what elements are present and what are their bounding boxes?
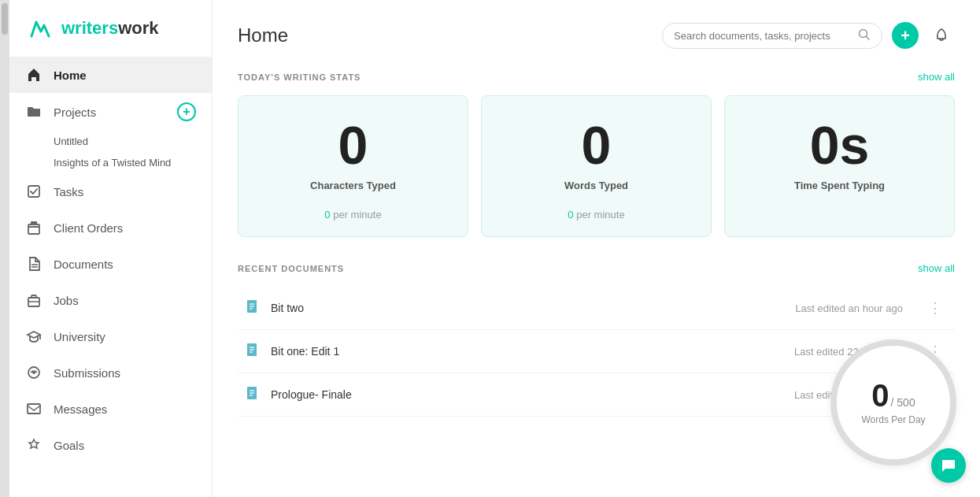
document-more-button[interactable]: ⋮ — [923, 298, 947, 318]
sidebar-item-university[interactable]: University — [9, 318, 212, 354]
time-value: 0s — [810, 118, 870, 172]
messages-icon — [25, 400, 43, 417]
characters-sub: 0 per minute — [324, 209, 381, 221]
page-header: Home + — [238, 22, 955, 49]
sidebar-item-home[interactable]: Home — [9, 57, 212, 93]
logo-icon — [25, 14, 54, 43]
svg-point-9 — [32, 371, 35, 374]
document-date: Last edited an hour ago — [795, 302, 903, 314]
wpd-current: 0 — [871, 380, 889, 411]
sidebar-item-client-orders-label: Client Orders — [54, 221, 123, 235]
recent-docs-header: RECENT DOCUMENTS show all — [238, 262, 955, 274]
sidebar-item-documents[interactable]: Documents — [9, 246, 212, 282]
sidebar: writerswork Home Projects + Untitled Ins… — [9, 0, 213, 497]
university-icon — [25, 328, 43, 345]
table-row[interactable]: Bit two Last edited an hour ago ⋮ — [238, 287, 955, 330]
projects-sub-items: Untitled Insights of a Twisted Mind — [9, 131, 212, 173]
documents-icon — [25, 255, 43, 273]
words-typed-card: 0 Words Typed 0 per minute — [481, 95, 712, 237]
recent-docs-label: RECENT DOCUMENTS — [238, 264, 344, 273]
words-sub: 0 per minute — [568, 209, 624, 221]
sidebar-item-client-orders[interactable]: Client Orders — [9, 210, 212, 246]
notifications-button[interactable] — [928, 22, 955, 49]
sidebar-item-projects-label: Projects — [54, 106, 96, 119]
app-name: writerswork — [61, 18, 159, 39]
stats-section-label: TODAY'S WRITING STATS — [238, 72, 361, 82]
sidebar-item-jobs[interactable]: Jobs — [9, 282, 212, 318]
svg-line-12 — [867, 36, 870, 39]
document-icon — [246, 386, 260, 404]
document-name: Prologue- Finale — [271, 388, 783, 401]
words-per-day-widget: 0 / 500 Words Per Day — [830, 339, 956, 465]
sidebar-item-documents-label: Documents — [54, 258, 113, 271]
header-actions: + — [662, 22, 955, 49]
sidebar-navigation: Home Projects + Untitled Insights of a T… — [9, 57, 212, 463]
sidebar-item-home-label: Home — [54, 69, 87, 82]
document-name: Bit two — [271, 302, 784, 314]
wpd-label: Words Per Day — [861, 414, 925, 425]
sidebar-item-submissions[interactable]: Submissions — [9, 354, 212, 391]
submissions-icon — [25, 364, 43, 381]
document-name: Bit one: Edit 1 — [271, 345, 783, 358]
page-title: Home — [238, 24, 288, 46]
words-value: 0 — [582, 118, 612, 172]
sub-item-untitled[interactable]: Untitled — [54, 131, 212, 152]
time-spent-card: 0s Time Spent Typing — [724, 95, 955, 237]
sub-item-insights[interactable]: Insights of a Twisted Mind — [54, 152, 212, 173]
chat-button[interactable] — [931, 448, 966, 483]
scrollbar-track[interactable] — [0, 0, 9, 497]
time-label: Time Spent Typing — [794, 180, 885, 191]
sidebar-item-messages-label: Messages — [54, 402, 107, 416]
characters-value: 0 — [338, 118, 368, 172]
characters-label: Characters Typed — [310, 180, 396, 191]
words-label: Words Typed — [564, 180, 628, 191]
svg-rect-2 — [31, 221, 37, 224]
folder-icon — [25, 103, 43, 121]
goals-icon — [25, 436, 43, 454]
jobs-icon — [25, 291, 43, 309]
sidebar-item-tasks-label: Tasks — [54, 185, 83, 198]
sidebar-item-tasks[interactable]: Tasks — [9, 173, 212, 210]
stats-grid: 0 Characters Typed 0 per minute 0 Words … — [238, 95, 955, 237]
recent-docs-show-all[interactable]: show all — [918, 262, 955, 274]
app-logo: writerswork — [9, 0, 212, 57]
sidebar-item-jobs-label: Jobs — [54, 294, 79, 307]
document-icon — [246, 343, 260, 361]
scrollbar-thumb[interactable] — [2, 3, 8, 35]
client-orders-icon — [25, 219, 43, 236]
sidebar-item-messages[interactable]: Messages — [9, 391, 212, 427]
document-icon — [246, 299, 260, 317]
sidebar-item-projects[interactable]: Projects + — [9, 93, 212, 131]
svg-rect-10 — [28, 404, 40, 414]
sidebar-item-goals-label: Goals — [54, 439, 84, 452]
sidebar-item-university-label: University — [54, 330, 105, 343]
add-new-button[interactable]: + — [892, 22, 919, 49]
search-bar[interactable] — [662, 23, 882, 49]
search-icon[interactable] — [858, 28, 871, 43]
add-project-button[interactable]: + — [177, 102, 196, 121]
search-input[interactable] — [674, 30, 852, 42]
sidebar-item-goals[interactable]: Goals — [9, 427, 212, 463]
stats-show-all[interactable]: show all — [918, 71, 955, 83]
wpd-target: / 500 — [891, 396, 915, 409]
svg-rect-0 — [28, 186, 39, 197]
svg-rect-1 — [28, 224, 39, 234]
wpd-circle: 0 / 500 Words Per Day — [830, 339, 956, 465]
home-icon — [25, 66, 43, 83]
tasks-icon — [25, 183, 43, 200]
sidebar-item-submissions-label: Submissions — [54, 366, 120, 380]
characters-typed-card: 0 Characters Typed 0 per minute — [238, 95, 468, 237]
stats-section-header: TODAY'S WRITING STATS show all — [238, 71, 955, 83]
